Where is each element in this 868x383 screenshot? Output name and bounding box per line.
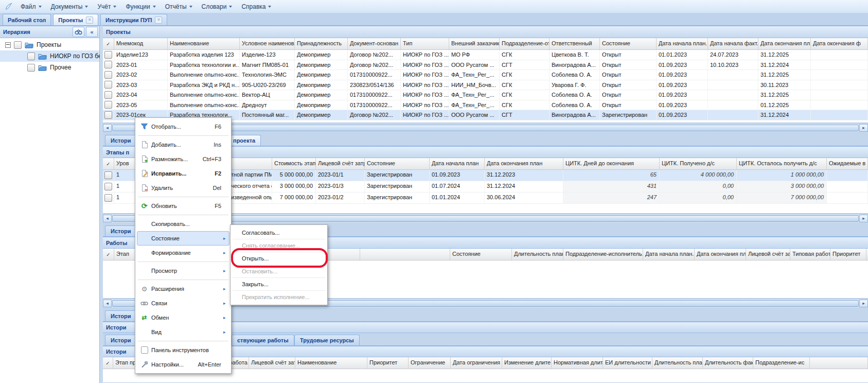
context-menu-item-view[interactable]: Вид▸ bbox=[137, 325, 229, 339]
column-header[interactable]: Принадлежность bbox=[295, 38, 348, 49]
context-menu-item-exchange[interactable]: ⇄Обмен▸ bbox=[137, 310, 229, 325]
table-row[interactable]: Изделие123Разработка изделия 123Изделие-… bbox=[103, 50, 868, 60]
collapse-panel-button[interactable]: « bbox=[86, 27, 98, 37]
tab-history[interactable]: Истори bbox=[105, 225, 136, 236]
column-header[interactable]: Состояние bbox=[450, 249, 512, 260]
menubar-item-functions[interactable]: Функции bbox=[121, 2, 160, 11]
context-menu-item-preview[interactable]: Просмотр▸ bbox=[137, 264, 229, 278]
column-header[interactable]: Ответственный bbox=[550, 38, 600, 49]
row-checkbox[interactable] bbox=[104, 183, 112, 190]
column-header[interactable]: Длительность пла bbox=[652, 357, 703, 369]
column-header[interactable]: ЦИТК. Осталось получить д/с bbox=[737, 158, 827, 169]
close-icon[interactable]: × bbox=[155, 16, 162, 24]
context-menu-item-relations[interactable]: Связи▸ bbox=[137, 296, 229, 310]
row-checkbox[interactable] bbox=[104, 91, 112, 99]
column-header[interactable]: Дата окончания план bbox=[485, 158, 563, 169]
scroll-right-icon[interactable]: ▸ bbox=[859, 300, 868, 307]
column-header[interactable]: Лицевой счёт затр bbox=[746, 249, 790, 260]
column-header[interactable]: Стоимость этапа bbox=[272, 158, 316, 169]
tab-desktop[interactable]: Рабочий стол bbox=[3, 14, 51, 25]
context-menu-item-delete[interactable]: УдалитьDel bbox=[137, 181, 229, 195]
context-menu-item-copy[interactable]: Скопировать... bbox=[137, 217, 229, 231]
table-row[interactable]: 2023-05Выполнение опытно-конс...Дредноут… bbox=[103, 100, 868, 111]
menubar-item-accounting[interactable]: Учёт bbox=[93, 2, 121, 11]
row-checkbox[interactable] bbox=[104, 194, 112, 202]
column-header[interactable]: Дата начала план bbox=[430, 158, 485, 169]
column-header[interactable]: Уров bbox=[114, 158, 136, 169]
row-checkbox[interactable] bbox=[104, 171, 112, 179]
column-header[interactable]: Длительность план▼ bbox=[512, 249, 563, 260]
column-header[interactable]: ✓ bbox=[103, 357, 113, 369]
tab-history[interactable]: Истори bbox=[105, 310, 136, 321]
context-menu-item-formation[interactable]: Формирование▸ bbox=[137, 246, 229, 260]
column-header[interactable]: Дата окончания ф bbox=[811, 38, 868, 49]
scroll-right-icon[interactable]: ▸ bbox=[859, 215, 868, 222]
column-header[interactable]: Дата окончания план bbox=[695, 249, 746, 260]
scroll-left-icon[interactable]: ◂ bbox=[103, 124, 112, 132]
scroll-left-icon[interactable]: ◂ bbox=[103, 215, 112, 222]
column-header[interactable]: Дата окончания пл bbox=[758, 38, 811, 49]
column-header[interactable]: Состояние bbox=[600, 38, 657, 49]
column-header[interactable]: ЕИ длительности bbox=[603, 357, 652, 369]
column-header[interactable]: ЦИТК. Получено д/с bbox=[660, 158, 737, 169]
column-header[interactable]: Лицевой счёт затр bbox=[249, 357, 295, 369]
tree-item[interactable]: Прочее bbox=[0, 62, 99, 73]
context-menu-item-filter[interactable]: Отобрать...F6 bbox=[137, 119, 229, 134]
context-menu-item-settings[interactable]: Настройки...Alt+Enter bbox=[137, 357, 229, 372]
column-header[interactable]: Дата начала факт. bbox=[708, 38, 758, 49]
menubar-item-documents[interactable]: Документы bbox=[46, 2, 93, 11]
column-header[interactable]: Дата начала план. bbox=[643, 249, 695, 260]
submenu-item-close[interactable]: Закрыть... bbox=[231, 278, 327, 290]
menubar-item-help[interactable]: Справка bbox=[237, 2, 276, 11]
tree-item[interactable]: НИОКР по ГОЗ без НДС bbox=[0, 50, 99, 62]
column-header[interactable]: Документ-основан bbox=[348, 38, 401, 49]
tree-checkbox[interactable] bbox=[14, 41, 22, 49]
menubar-item-reports[interactable]: Отчёты bbox=[161, 2, 197, 11]
context-menu-item-state[interactable]: Состояние▸ bbox=[137, 231, 229, 246]
column-header[interactable]: Изменение длите bbox=[502, 357, 552, 369]
scroll-right-icon[interactable]: ▸ bbox=[859, 124, 868, 132]
column-header[interactable]: Внешний заказчик bbox=[449, 38, 500, 49]
tab-predecessors[interactable]: ствующие работы bbox=[232, 335, 294, 345]
column-header[interactable]: Нормативная длит bbox=[552, 357, 603, 369]
context-menu-item-toolbar-panel[interactable]: Панель инструментов bbox=[137, 343, 229, 357]
column-header[interactable]: Длительность фак bbox=[703, 357, 753, 369]
row-checkbox[interactable] bbox=[104, 111, 112, 119]
column-header[interactable]: Типовая работа bbox=[790, 249, 830, 260]
row-checkbox[interactable] bbox=[104, 51, 112, 59]
column-header[interactable]: Дата начала план. bbox=[657, 38, 708, 49]
column-header[interactable]: Приоритет bbox=[367, 357, 409, 369]
row-checkbox[interactable] bbox=[104, 61, 112, 68]
column-header[interactable]: Состояние bbox=[365, 158, 430, 169]
tab-labor-resources[interactable]: Трудовые ресурсы bbox=[294, 335, 360, 345]
column-header[interactable]: Подразделение-ис bbox=[753, 357, 810, 369]
column-header[interactable]: ✓ bbox=[103, 158, 114, 169]
table-row[interactable]: 2023-03Разработка ЭКД и РКД н...905-U020… bbox=[103, 80, 868, 91]
menubar-item-dictionaries[interactable]: Словари bbox=[197, 2, 237, 11]
column-header[interactable]: Приоритет bbox=[830, 249, 866, 260]
find-button[interactable] bbox=[73, 27, 84, 37]
column-header[interactable]: ЦИТК. Дней до окончания bbox=[563, 158, 660, 169]
column-header[interactable]: Подразделение-от bbox=[500, 38, 550, 49]
menubar-item-file[interactable]: Файл bbox=[16, 2, 46, 11]
column-header[interactable] bbox=[810, 357, 868, 369]
row-checkbox[interactable] bbox=[104, 81, 112, 89]
context-menu-item-add[interactable]: Добавить...Ins bbox=[137, 137, 229, 152]
tab-projects[interactable]: Проекты× bbox=[53, 14, 98, 25]
column-header[interactable] bbox=[360, 249, 450, 260]
tab-stages[interactable]: проекта bbox=[227, 135, 261, 146]
column-header[interactable]: Лицевой счёт затрат. bbox=[316, 158, 365, 169]
column-header[interactable]: Мнемокод bbox=[114, 38, 168, 49]
context-menu-item-refresh[interactable]: ⟳ОбновитьF5 bbox=[137, 199, 229, 213]
collapse-expander-icon[interactable] bbox=[5, 42, 11, 48]
column-header[interactable]: Тип bbox=[401, 38, 449, 49]
column-header[interactable]: ✓ bbox=[103, 249, 114, 260]
column-header[interactable]: Дата ограничения bbox=[451, 357, 502, 369]
row-checkbox[interactable] bbox=[104, 101, 112, 109]
column-header[interactable]: Условное наименова bbox=[240, 38, 295, 49]
context-menu-item-duplicate[interactable]: Размножить...Ctrl+F3 bbox=[137, 152, 229, 166]
column-header[interactable]: Наименование bbox=[168, 38, 240, 49]
tab-pup-instructions[interactable]: Инструкции ПУП× bbox=[100, 14, 167, 25]
tree-checkbox[interactable] bbox=[27, 53, 35, 60]
context-menu-item-edit[interactable]: Исправить...F2 bbox=[137, 166, 229, 181]
